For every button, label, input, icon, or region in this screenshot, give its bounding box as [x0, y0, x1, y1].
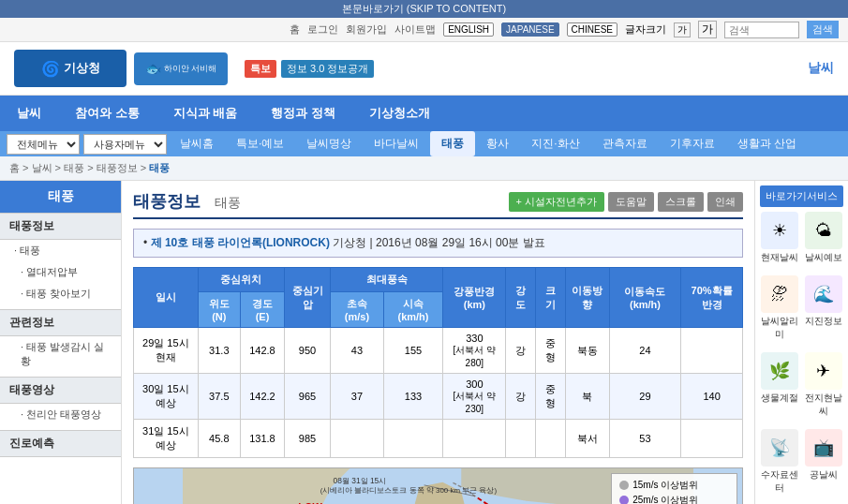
cell-direction: 북서	[565, 420, 609, 458]
kma-logo-text: 기상청	[64, 60, 100, 77]
cell-pressure: 965	[284, 374, 330, 420]
cell-lon: 142.2	[241, 374, 285, 420]
user-menu-dropdown[interactable]: 사용자메뉴	[83, 134, 167, 155]
th-lon: 경도(E)	[241, 292, 285, 328]
nav-weather[interactable]: 날씨	[0, 96, 58, 131]
typhoon-data-table: 일시 중심위치 중심기압 최대풍속 강풍반경(km) 강도 크기 이동방향 이동…	[133, 267, 743, 458]
th-pressure: 중심기압	[284, 268, 330, 328]
sub-nav-weather-home[interactable]: 날씨홈	[169, 131, 225, 156]
lang-en[interactable]: ENGLISH	[443, 22, 494, 37]
notice-suffix: 기상청 | 2016년 08월 29일 16시 00분 발표	[333, 236, 545, 249]
notice-box: • 제 10호 태풍 라이언록(LIONROCK) 기상청 | 2016년 08…	[133, 229, 743, 258]
earthquake-icon: 🌊	[805, 275, 842, 313]
legend-item-15ms: 15m/s 이상범위	[619, 479, 729, 492]
sidebar-item-tropical[interactable]: · 열대저압부	[0, 261, 121, 283]
cell-speed: 53	[609, 420, 681, 458]
map-legend: 15m/s 이상범위 25m/s 이상범위 태풍위치 70%확률반경 태풍중심 …	[611, 473, 737, 504]
sub-nav: 전체메뉴 사용자메뉴 날씨홈 특보·예보 날씨명상 바다날씨 태풍 황사 지진·…	[0, 131, 848, 156]
th-speed: 이동속도(km/h)	[609, 268, 681, 328]
cell-lat: 37.5	[198, 374, 240, 420]
nav-home[interactable]: 홈	[290, 22, 300, 37]
cell-wind-ms: 43	[331, 328, 384, 374]
right-panel-title: 바로가기서비스	[760, 185, 843, 207]
alert-icon: ⛈	[761, 275, 798, 313]
th-p70: 70%확률반경	[681, 268, 743, 328]
main-content: 태풍정보 태풍 + 시설자전년추가 도움말 스크롤 인쇄 • 제 10호 태풍 …	[122, 181, 754, 504]
th-lat: 위도(N)	[198, 292, 240, 328]
auto-update-btn[interactable]: + 시설자전년추가	[509, 192, 604, 212]
nav-about[interactable]: 기상청소개	[352, 96, 447, 131]
quick-link-data[interactable]: 📡 수자료센터	[760, 429, 800, 495]
table-row: 31일 15시 예상 45.8 131.8 985 북서 53	[134, 420, 743, 458]
lang-jp[interactable]: JAPANESE	[501, 22, 559, 37]
quick-link-bio[interactable]: 🌿 생물계절	[760, 352, 800, 418]
font-increase[interactable]: 가	[698, 21, 717, 38]
sidebar: 태풍 태풍정보 · 태풍 · 열대저압부 · 태풍 찾아보기 관련정보 · 태풍…	[0, 181, 122, 504]
cell-gust	[443, 420, 506, 458]
cell-speed: 29	[609, 374, 681, 420]
cell-pressure: 950	[284, 328, 330, 374]
download-btn[interactable]: 도움말	[608, 192, 654, 212]
sub-nav-life[interactable]: 생활과 산업	[726, 131, 808, 156]
current-weather-icon: ☀	[761, 212, 798, 249]
sidebar-section-track-title: 진로예측	[0, 430, 121, 457]
sidebar-item-chollian[interactable]: · 천리안 태풍영상	[0, 404, 121, 425]
search-button[interactable]: 검색	[807, 21, 839, 38]
cell-wind-ms: 37	[331, 374, 384, 420]
nav-knowledge[interactable]: 지식과 배움	[156, 96, 255, 131]
font-decrease[interactable]: 가	[674, 22, 691, 37]
search-input[interactable]	[724, 22, 799, 38]
sub-nav-climate[interactable]: 기후자료	[659, 131, 726, 156]
nav-login[interactable]: 로그인	[307, 22, 338, 37]
sub-nav-obs[interactable]: 관측자료	[591, 131, 659, 156]
breadcrumb-typhoon-info[interactable]: 태풍정보	[97, 162, 138, 173]
breadcrumb-typhoon[interactable]: 태풍	[64, 162, 84, 173]
th-direction: 이동방향	[565, 268, 609, 328]
quick-link-aviation[interactable]: ✈ 전지현날씨	[804, 352, 844, 418]
cell-p70	[681, 328, 743, 374]
quick-link-tv[interactable]: 📺 공날씨	[804, 429, 844, 495]
nav-participation[interactable]: 참여와 소통	[58, 96, 156, 131]
cell-lat: 45.8	[198, 420, 240, 458]
sidebar-item-typhoon-search[interactable]: · 태풍 찾아보기	[0, 283, 121, 304]
scroll-btn[interactable]: 스크롤	[658, 192, 704, 212]
quick-link-alert[interactable]: ⛈ 날씨알리미	[760, 275, 800, 341]
sub-nav-special[interactable]: 특보·예보	[225, 131, 295, 156]
print-btn[interactable]: 인쇄	[707, 192, 743, 212]
cell-gust: 330[서북서 약 280]	[443, 328, 506, 374]
nav-sitemap[interactable]: 사이트맵	[394, 22, 436, 37]
sub-nav-sea[interactable]: 바다날씨	[363, 131, 430, 156]
right-panel: 바로가기서비스 ☀ 현재날씨 🌤 날씨예보 ⛈ 날씨알리미 🌊 지진정보 🌿 생…	[754, 181, 848, 504]
nav-signup[interactable]: 회원가입	[346, 22, 387, 37]
sidebar-item-monitoring[interactable]: · 태풍 발생감시 실황	[0, 336, 121, 372]
sub-nav-typhoon[interactable]: 태풍	[430, 131, 475, 156]
sub-nav-earthquake[interactable]: 지진·화산	[520, 131, 590, 156]
breadcrumb-home[interactable]: 홈	[9, 162, 20, 173]
quick-link-earthquake[interactable]: 🌊 지진정보	[804, 275, 844, 341]
forecast-label: 날씨예보	[804, 251, 844, 264]
cell-direction: 북동	[565, 328, 609, 374]
cell-intensity: 강	[506, 374, 536, 420]
toolbar: + 시설자전년추가 도움말 스크롤 인쇄	[509, 192, 743, 212]
nav-policy[interactable]: 행정과 정책	[254, 96, 352, 131]
breadcrumb-current: 태풍	[149, 162, 170, 173]
cell-speed: 24	[609, 328, 681, 374]
cell-size	[536, 420, 566, 458]
page-title-bar: 태풍정보 태풍 + 시설자전년추가 도움말 스크롤 인쇄	[133, 190, 743, 219]
sidebar-item-typhoon[interactable]: · 태풍	[0, 240, 121, 261]
kma-logo: 🌀 기상청	[14, 50, 126, 87]
cell-datetime: 31일 15시 예상	[134, 420, 199, 458]
legend-dot-25ms	[619, 496, 629, 504]
cell-p70	[681, 420, 743, 458]
logo-area: 🌀 기상청 🐟 하이안 서비해 특보 정보 3.0 정보공개	[14, 50, 808, 87]
th-gust: 강풍반경(km)	[443, 268, 506, 328]
quick-link-forecast[interactable]: 🌤 날씨예보	[804, 212, 844, 264]
breadcrumb-weather[interactable]: 날씨	[32, 162, 52, 173]
breadcrumb: 홈 > 날씨 > 태풍 > 태풍정보 > 태풍	[0, 156, 848, 181]
lang-cn[interactable]: CHINESE	[567, 22, 617, 37]
all-menu-dropdown[interactable]: 전체메뉴	[7, 134, 80, 155]
sub-nav-dust[interactable]: 황사	[475, 131, 520, 156]
quick-link-current-weather[interactable]: ☀ 현재날씨	[760, 212, 800, 264]
sub-nav-meditation[interactable]: 날씨명상	[295, 131, 363, 156]
table-row: 29일 15시 현재 31.3 142.8 950 43 155 330[서북서…	[134, 328, 743, 374]
